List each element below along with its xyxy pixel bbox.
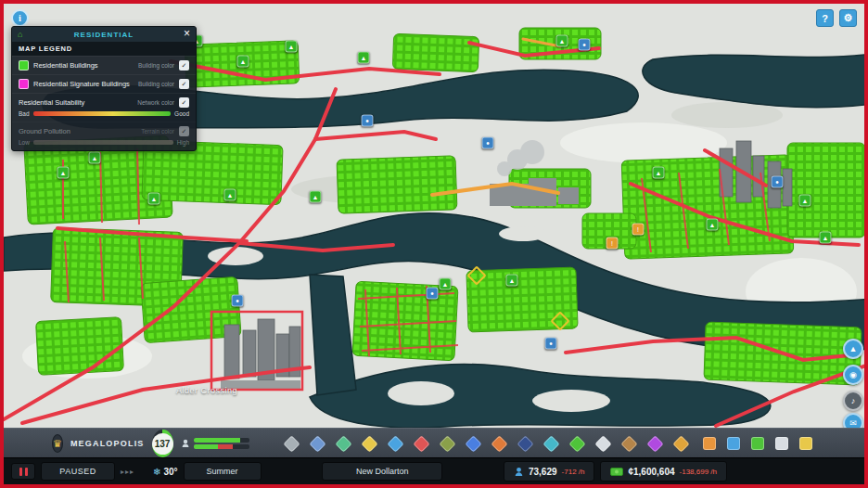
levelup-badge[interactable]: ▲ xyxy=(89,152,101,164)
speed-controls[interactable]: ▸▸▸ xyxy=(121,468,134,476)
levelup-badge[interactable]: ▲ xyxy=(506,275,518,287)
legend-row-suitability: Residential Suitability Network color ✓ … xyxy=(12,93,196,122)
levelup-badge[interactable]: ▲ xyxy=(707,219,719,231)
panel-icon xyxy=(775,437,788,450)
panel-icon xyxy=(751,437,764,450)
healthcare-button[interactable] xyxy=(411,430,433,456)
scale-min-label: Bad xyxy=(19,110,30,117)
bulldozer-button[interactable] xyxy=(670,430,693,456)
status-bar: PAUSED ▸▸▸ ❄ 30° Summer New Dollarton 73… xyxy=(4,457,864,484)
tool-icon xyxy=(283,435,300,452)
panel-icons xyxy=(700,432,815,455)
legend-label: Residential Signature Buildings xyxy=(33,80,130,88)
service-badge[interactable]: • xyxy=(545,338,557,350)
districts-button[interactable] xyxy=(307,430,329,456)
alert-badge[interactable]: ! xyxy=(606,238,619,250)
levelup-badge[interactable]: ▲ xyxy=(286,41,298,53)
tool-icon xyxy=(568,435,585,452)
electricity-button[interactable] xyxy=(359,430,381,456)
photo-mode-button[interactable]: ◉ xyxy=(843,365,863,385)
tool-icon xyxy=(620,435,637,452)
money-icon xyxy=(610,468,623,476)
progression-button[interactable] xyxy=(797,432,815,455)
communications-button[interactable] xyxy=(593,430,615,456)
main-toolbar: ♛ MEGALOPOLIS 137 xyxy=(4,428,864,458)
residential-zone-icon: ⌂ xyxy=(18,31,22,39)
city-name[interactable]: MEGALOPOLIS xyxy=(70,439,145,448)
location-label: New Dollarton xyxy=(322,462,442,481)
settings-button[interactable]: ⚙ xyxy=(839,9,857,27)
population-stat[interactable]: 73,629 -712 /h xyxy=(504,461,595,482)
levelup-badge[interactable]: ▲ xyxy=(310,191,322,203)
money-stat[interactable]: ¢1,600,604 -138,699 /h xyxy=(600,461,727,482)
tool-icon xyxy=(491,435,507,452)
service-badge[interactable]: • xyxy=(427,288,439,300)
pollution-checkbox[interactable]: ✓ xyxy=(179,126,189,136)
education-button[interactable] xyxy=(463,430,485,456)
citizen-icon xyxy=(181,439,190,448)
service-badge[interactable]: • xyxy=(772,176,784,188)
levelup-badge[interactable]: ▲ xyxy=(440,278,452,290)
residential-checkbox[interactable]: ✓ xyxy=(179,60,189,71)
service-badge[interactable]: • xyxy=(579,39,591,51)
service-badge[interactable]: • xyxy=(362,115,374,127)
garbage-button[interactable] xyxy=(437,430,459,456)
levelup-badge[interactable]: ▲ xyxy=(224,189,236,201)
levelup-notification-button[interactable]: ▲ xyxy=(843,339,863,359)
help-button[interactable]: ? xyxy=(816,9,834,27)
signature-checkbox[interactable]: ✓ xyxy=(179,79,189,89)
residential-color-swatch xyxy=(19,60,29,71)
levelup-badge[interactable]: ▲ xyxy=(799,195,811,207)
police-button[interactable] xyxy=(515,430,537,456)
tool-icon xyxy=(361,435,377,452)
demand-bar-top xyxy=(194,438,249,443)
signature-button[interactable] xyxy=(645,430,667,456)
economy-button[interactable] xyxy=(700,432,719,455)
game-screen: ▲▲▲▲▲▲▲▲▲▲▲▲▲▲▲▲•••••••!! Alder Crossing… xyxy=(0,0,868,488)
levelup-badge[interactable]: ▲ xyxy=(57,167,70,179)
levelup-badge[interactable]: ▲ xyxy=(237,56,249,68)
legend-row-residential: Residential Buildings Building color ✓ xyxy=(12,56,196,74)
roads-button[interactable] xyxy=(333,430,355,456)
alert-badge[interactable]: ! xyxy=(632,224,645,236)
pause-button[interactable] xyxy=(11,463,35,480)
legend-row-signature: Residential Signature Buildings Building… xyxy=(12,74,196,93)
info-button[interactable]: i xyxy=(11,9,29,27)
landscaping-button[interactable] xyxy=(619,430,641,456)
demand-indicators[interactable] xyxy=(181,438,249,449)
water-button[interactable] xyxy=(385,430,407,456)
legend-label: Ground Pollution xyxy=(19,127,70,135)
levelup-badge[interactable]: ▲ xyxy=(653,167,665,179)
levelup-badge[interactable]: ▲ xyxy=(556,35,568,47)
legend-label: Residential Suitability xyxy=(19,98,84,107)
levelup-badge[interactable]: ▲ xyxy=(820,232,832,244)
tool-icon xyxy=(646,435,663,452)
parks-button[interactable] xyxy=(567,430,589,456)
service-badge[interactable]: • xyxy=(482,137,494,149)
milestone-level-badge[interactable]: 137 xyxy=(152,430,173,457)
info-views-button[interactable] xyxy=(748,432,767,455)
tool-icon xyxy=(439,435,455,452)
map-legend-panel: ⌂ RESIDENTIAL × MAP LEGEND Residential B… xyxy=(11,26,197,151)
transport-button[interactable] xyxy=(541,430,563,456)
pause-icon xyxy=(19,468,22,476)
levelup-badge[interactable]: ▲ xyxy=(358,52,370,64)
snowflake-icon: ❄ xyxy=(153,467,160,477)
tool-icon xyxy=(542,435,559,452)
map-tiles-button[interactable] xyxy=(772,432,791,455)
statistics-button[interactable] xyxy=(724,432,743,455)
close-icon[interactable]: × xyxy=(181,28,193,39)
demand-bar-bottom xyxy=(194,444,249,449)
panel-icon xyxy=(727,437,740,450)
tool-icons xyxy=(281,430,693,456)
levelup-badge[interactable]: ▲ xyxy=(148,193,160,205)
achievements-trophy-icon[interactable]: ♛ xyxy=(52,434,63,453)
zones-button[interactable] xyxy=(281,430,303,456)
legend-type-label: Network color xyxy=(137,99,174,106)
legend-type-label: Building color xyxy=(138,62,174,69)
scale-max-label: High xyxy=(177,139,189,146)
radio-button[interactable]: ♪ xyxy=(843,391,863,411)
service-badge[interactable]: • xyxy=(232,295,244,307)
fire-button[interactable] xyxy=(489,430,511,456)
suitability-checkbox[interactable]: ✓ xyxy=(179,97,189,108)
